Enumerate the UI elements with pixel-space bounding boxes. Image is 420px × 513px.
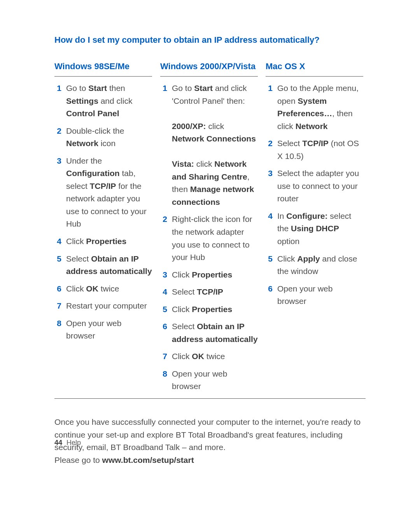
- step-number: 4: [266, 210, 273, 248]
- step-body: Go to Start and click 'Control Panel' th…: [172, 82, 258, 208]
- step-row: 3Select the adapter you use to connect t…: [266, 165, 363, 208]
- step-number: 2: [160, 213, 167, 263]
- os-column: Windows 2000/XP/Vista1Go to Start and cl…: [160, 61, 260, 395]
- step-number: 7: [160, 350, 167, 363]
- step-row: 4Click Properties: [54, 233, 152, 250]
- step-body: Select TCP/IP: [172, 286, 258, 298]
- step-number: 1: [160, 82, 167, 208]
- step-row: 7Restart your computer: [54, 297, 152, 315]
- step-row: 4Select TCP/IP: [160, 283, 258, 301]
- step-number: 6: [54, 283, 61, 295]
- column-heading: Mac OS X: [266, 61, 363, 77]
- step-body: Click OK twice: [66, 283, 152, 295]
- step-body: Select the adapter you use to connect to…: [277, 167, 363, 205]
- os-column: Mac OS X1Go to the Apple menu, open Syst…: [266, 61, 366, 395]
- step-number: 2: [54, 125, 61, 150]
- step-number: 2: [266, 137, 273, 162]
- step-row: 3Click Properties: [160, 266, 258, 284]
- step-row: 6Click OK twice: [54, 280, 152, 298]
- closing-paragraph: Once you have successfully connected you…: [54, 416, 366, 466]
- step-body: Select Obtain an IP address automaticall…: [66, 253, 152, 278]
- step-body: Click Apply and close the window: [277, 253, 363, 278]
- step-body: Right-click the icon for the network ada…: [172, 213, 258, 263]
- step-body: Click Properties: [172, 303, 258, 316]
- page: How do I set my computer to obtain an IP…: [0, 0, 420, 513]
- step-number: 8: [160, 368, 167, 393]
- step-body: Open your web browser: [277, 283, 363, 308]
- step-number: 3: [266, 167, 273, 205]
- step-row: 2Right-click the icon for the network ad…: [160, 211, 258, 266]
- steps-list: 1Go to Start and click 'Control Panel' t…: [160, 80, 258, 395]
- step-number: 5: [266, 253, 273, 278]
- step-row: 2Double-click the Network icon: [54, 122, 152, 152]
- step-number: 3: [54, 155, 61, 230]
- step-number: 8: [54, 317, 61, 342]
- step-body: Click Properties: [66, 235, 152, 248]
- step-body: Select TCP/IP (not OS X 10.5): [277, 137, 363, 162]
- column-heading: Windows 2000/XP/Vista: [160, 61, 258, 77]
- step-row: 5Click Properties: [160, 301, 258, 318]
- os-columns: Windows 98SE/Me1Go to Start then Setting…: [54, 61, 366, 395]
- step-number: 6: [160, 320, 167, 345]
- step-row: 1Go to Start then Settings and click Con…: [54, 80, 152, 122]
- step-row: 7Click OK twice: [160, 348, 258, 365]
- step-body: Open your web browser: [172, 368, 258, 393]
- step-body: Go to Start then Settings and click Cont…: [66, 82, 152, 120]
- step-row: 4In Configure: select the Using DHCP opt…: [266, 208, 363, 250]
- table-bottom-rule: [54, 398, 366, 399]
- step-row: 8Open your web browser: [160, 365, 258, 395]
- step-number: 5: [160, 303, 167, 316]
- step-number: 5: [54, 253, 61, 278]
- step-body: Select Obtain an IP address automaticall…: [172, 320, 258, 345]
- step-number: 1: [54, 82, 61, 120]
- steps-list: 1Go to the Apple menu, open System Prefe…: [266, 80, 363, 310]
- step-row: 6Select Obtain an IP address automatical…: [160, 318, 258, 348]
- step-number: 4: [160, 286, 167, 298]
- column-heading: Windows 98SE/Me: [54, 61, 152, 77]
- os-column: Windows 98SE/Me1Go to Start then Setting…: [54, 61, 154, 395]
- step-row: 1Go to the Apple menu, open System Prefe…: [266, 80, 363, 135]
- step-row: 1Go to Start and click 'Control Panel' t…: [160, 80, 258, 211]
- step-body: Restart your computer: [66, 300, 152, 312]
- footer-section: Help: [66, 439, 81, 447]
- step-row: 3Under the Configuration tab, select TCP…: [54, 152, 152, 233]
- step-row: 8Open your web browser: [54, 315, 152, 345]
- step-body: Click OK twice: [172, 350, 258, 363]
- step-number: 4: [54, 235, 61, 248]
- step-number: 3: [160, 269, 167, 281]
- step-body: Double-click the Network icon: [66, 125, 152, 150]
- faq-question: How do I set my computer to obtain an IP…: [54, 35, 366, 45]
- step-row: 5Select Obtain an IP address automatical…: [54, 250, 152, 280]
- step-body: Open your web browser: [66, 317, 152, 342]
- step-body: Go to the Apple menu, open System Prefer…: [277, 82, 363, 133]
- step-number: 1: [266, 82, 273, 133]
- step-body: Under the Configuration tab, select TCP/…: [66, 155, 152, 230]
- steps-list: 1Go to Start then Settings and click Con…: [54, 80, 152, 345]
- step-row: 5Click Apply and close the window: [266, 250, 363, 280]
- step-row: 6Open your web browser: [266, 280, 363, 310]
- step-row: 2Select TCP/IP (not OS X 10.5): [266, 135, 363, 165]
- page-footer: 44 Help: [54, 439, 81, 447]
- step-number: 7: [54, 300, 61, 312]
- page-number: 44: [54, 439, 62, 447]
- step-body: In Configure: select the Using DHCP opti…: [277, 210, 363, 248]
- step-body: Click Properties: [172, 269, 258, 281]
- step-number: 6: [266, 283, 273, 308]
